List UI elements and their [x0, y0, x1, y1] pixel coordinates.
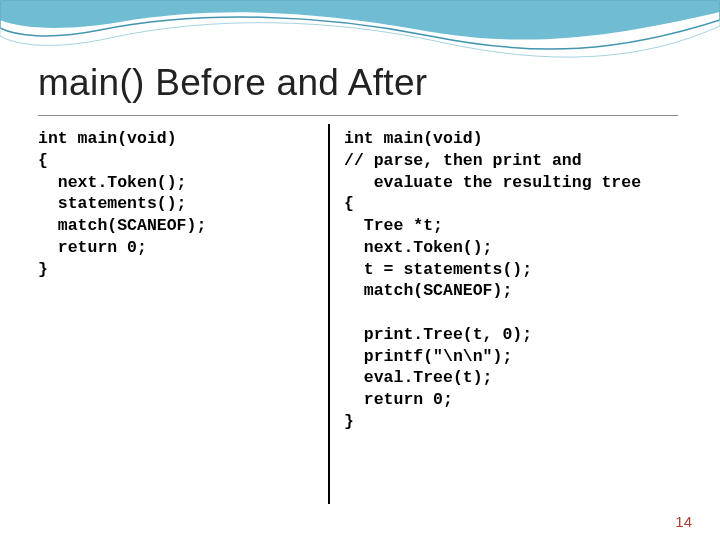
- content-columns: int main(void) { next.Token(); statement…: [38, 128, 682, 504]
- slide-title: main() Before and After: [38, 62, 427, 104]
- header-wave-decoration: [0, 0, 720, 70]
- title-underline: [38, 115, 678, 116]
- page-number: 14: [675, 513, 692, 530]
- code-before: int main(void) { next.Token(); statement…: [38, 128, 328, 504]
- code-after: int main(void) // parse, then print and …: [330, 128, 682, 504]
